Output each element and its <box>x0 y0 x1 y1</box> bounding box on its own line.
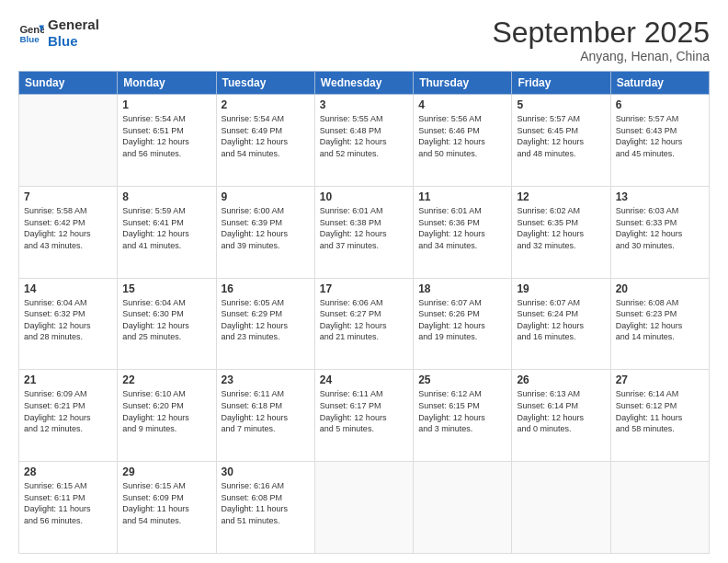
calendar-cell: 23Sunrise: 6:11 AM Sunset: 6:18 PM Dayli… <box>216 370 314 462</box>
day-number: 26 <box>517 373 605 386</box>
calendar-table: SundayMondayTuesdayWednesdayThursdayFrid… <box>18 71 710 554</box>
calendar-cell: 25Sunrise: 6:12 AM Sunset: 6:15 PM Dayli… <box>414 370 512 462</box>
day-number: 15 <box>122 282 210 295</box>
calendar-cell: 10Sunrise: 6:01 AM Sunset: 6:38 PM Dayli… <box>314 186 413 278</box>
calendar-cell: 12Sunrise: 6:02 AM Sunset: 6:35 PM Dayli… <box>512 186 610 278</box>
day-info: Sunrise: 5:54 AM Sunset: 6:49 PM Dayligh… <box>222 113 310 159</box>
day-number: 9 <box>222 190 310 203</box>
calendar-cell: 20Sunrise: 6:08 AM Sunset: 6:23 PM Dayli… <box>610 278 709 370</box>
day-number: 21 <box>24 373 112 386</box>
day-number: 12 <box>517 190 605 203</box>
day-number: 11 <box>418 190 506 203</box>
day-number: 2 <box>222 98 310 111</box>
day-info: Sunrise: 6:01 AM Sunset: 6:38 PM Dayligh… <box>320 205 408 251</box>
day-number: 22 <box>122 373 210 386</box>
day-info: Sunrise: 6:01 AM Sunset: 6:36 PM Dayligh… <box>418 205 506 251</box>
day-info: Sunrise: 6:00 AM Sunset: 6:39 PM Dayligh… <box>222 205 310 251</box>
day-info: Sunrise: 6:12 AM Sunset: 6:15 PM Dayligh… <box>418 388 506 434</box>
calendar-cell: 26Sunrise: 6:13 AM Sunset: 6:14 PM Dayli… <box>512 370 610 462</box>
calendar-cell: 2Sunrise: 5:54 AM Sunset: 6:49 PM Daylig… <box>216 95 314 187</box>
calendar-cell <box>314 462 413 554</box>
day-info: Sunrise: 6:11 AM Sunset: 6:17 PM Dayligh… <box>320 388 408 434</box>
calendar-cell: 3Sunrise: 5:55 AM Sunset: 6:48 PM Daylig… <box>314 95 413 187</box>
calendar-cell: 7Sunrise: 5:58 AM Sunset: 6:42 PM Daylig… <box>19 186 118 278</box>
calendar-cell <box>414 462 512 554</box>
title-block: September 2025 Anyang, Henan, China <box>492 17 710 63</box>
calendar-cell <box>610 462 709 554</box>
calendar-cell: 8Sunrise: 5:59 AM Sunset: 6:41 PM Daylig… <box>118 186 216 278</box>
calendar-cell: 24Sunrise: 6:11 AM Sunset: 6:17 PM Dayli… <box>314 370 413 462</box>
col-header-monday: Monday <box>118 72 216 95</box>
day-info: Sunrise: 5:55 AM Sunset: 6:48 PM Dayligh… <box>320 113 408 159</box>
calendar-header-row: SundayMondayTuesdayWednesdayThursdayFrid… <box>19 72 710 95</box>
calendar-cell: 4Sunrise: 5:56 AM Sunset: 6:46 PM Daylig… <box>414 95 512 187</box>
day-info: Sunrise: 6:14 AM Sunset: 6:12 PM Dayligh… <box>616 388 704 434</box>
calendar-cell: 17Sunrise: 6:06 AM Sunset: 6:27 PM Dayli… <box>314 278 413 370</box>
calendar-cell: 13Sunrise: 6:03 AM Sunset: 6:33 PM Dayli… <box>610 186 709 278</box>
logo-text-general: General <box>48 17 99 32</box>
month-title: September 2025 <box>492 17 710 49</box>
calendar-week-4: 28Sunrise: 6:15 AM Sunset: 6:11 PM Dayli… <box>19 462 710 554</box>
calendar-cell <box>512 462 610 554</box>
day-number: 4 <box>418 98 506 111</box>
day-info: Sunrise: 5:56 AM Sunset: 6:46 PM Dayligh… <box>418 113 506 159</box>
day-number: 30 <box>222 465 310 478</box>
calendar-cell: 1Sunrise: 5:54 AM Sunset: 6:51 PM Daylig… <box>118 95 216 187</box>
day-info: Sunrise: 6:13 AM Sunset: 6:14 PM Dayligh… <box>517 388 605 434</box>
day-number: 7 <box>24 190 112 203</box>
day-number: 19 <box>517 282 605 295</box>
calendar-week-3: 21Sunrise: 6:09 AM Sunset: 6:21 PM Dayli… <box>19 370 710 462</box>
day-number: 16 <box>222 282 310 295</box>
day-number: 14 <box>24 282 112 295</box>
day-number: 18 <box>418 282 506 295</box>
col-header-thursday: Thursday <box>414 72 512 95</box>
calendar-week-1: 7Sunrise: 5:58 AM Sunset: 6:42 PM Daylig… <box>19 186 710 278</box>
day-info: Sunrise: 6:07 AM Sunset: 6:24 PM Dayligh… <box>517 297 605 343</box>
day-number: 17 <box>320 282 408 295</box>
col-header-saturday: Saturday <box>610 72 709 95</box>
day-info: Sunrise: 6:06 AM Sunset: 6:27 PM Dayligh… <box>320 297 408 343</box>
calendar-cell: 18Sunrise: 6:07 AM Sunset: 6:26 PM Dayli… <box>414 278 512 370</box>
calendar-cell: 9Sunrise: 6:00 AM Sunset: 6:39 PM Daylig… <box>216 186 314 278</box>
day-number: 8 <box>122 190 210 203</box>
calendar-cell: 27Sunrise: 6:14 AM Sunset: 6:12 PM Dayli… <box>610 370 709 462</box>
day-info: Sunrise: 5:57 AM Sunset: 6:45 PM Dayligh… <box>517 113 605 159</box>
col-header-wednesday: Wednesday <box>314 72 413 95</box>
day-info: Sunrise: 6:09 AM Sunset: 6:21 PM Dayligh… <box>24 388 112 434</box>
col-header-friday: Friday <box>512 72 610 95</box>
calendar-cell: 29Sunrise: 6:15 AM Sunset: 6:09 PM Dayli… <box>118 462 216 554</box>
location-subtitle: Anyang, Henan, China <box>492 49 710 63</box>
day-number: 13 <box>616 190 704 203</box>
col-header-tuesday: Tuesday <box>216 72 314 95</box>
day-info: Sunrise: 6:04 AM Sunset: 6:32 PM Dayligh… <box>24 297 112 343</box>
calendar-cell: 21Sunrise: 6:09 AM Sunset: 6:21 PM Dayli… <box>19 370 118 462</box>
page-header: General Blue General Blue September 2025… <box>18 17 710 63</box>
day-number: 28 <box>24 465 112 478</box>
calendar-cell: 11Sunrise: 6:01 AM Sunset: 6:36 PM Dayli… <box>414 186 512 278</box>
day-info: Sunrise: 6:07 AM Sunset: 6:26 PM Dayligh… <box>418 297 506 343</box>
day-info: Sunrise: 5:57 AM Sunset: 6:43 PM Dayligh… <box>616 113 704 159</box>
day-number: 23 <box>222 373 310 386</box>
day-number: 20 <box>616 282 704 295</box>
calendar-cell <box>19 95 118 187</box>
day-info: Sunrise: 5:54 AM Sunset: 6:51 PM Dayligh… <box>122 113 210 159</box>
calendar-week-0: 1Sunrise: 5:54 AM Sunset: 6:51 PM Daylig… <box>19 95 710 187</box>
day-info: Sunrise: 6:10 AM Sunset: 6:20 PM Dayligh… <box>122 388 210 434</box>
day-info: Sunrise: 6:15 AM Sunset: 6:11 PM Dayligh… <box>24 480 112 526</box>
calendar-cell: 6Sunrise: 5:57 AM Sunset: 6:43 PM Daylig… <box>610 95 709 187</box>
svg-text:Blue: Blue <box>19 34 40 44</box>
day-info: Sunrise: 6:05 AM Sunset: 6:29 PM Dayligh… <box>222 297 310 343</box>
day-number: 3 <box>320 98 408 111</box>
calendar-cell: 5Sunrise: 5:57 AM Sunset: 6:45 PM Daylig… <box>512 95 610 187</box>
day-info: Sunrise: 5:58 AM Sunset: 6:42 PM Dayligh… <box>24 205 112 251</box>
day-number: 27 <box>616 373 704 386</box>
calendar-week-2: 14Sunrise: 6:04 AM Sunset: 6:32 PM Dayli… <box>19 278 710 370</box>
col-header-sunday: Sunday <box>19 72 118 95</box>
day-info: Sunrise: 6:03 AM Sunset: 6:33 PM Dayligh… <box>616 205 704 251</box>
day-info: Sunrise: 6:15 AM Sunset: 6:09 PM Dayligh… <box>122 480 210 526</box>
logo-icon: General Blue <box>18 20 44 46</box>
day-info: Sunrise: 6:04 AM Sunset: 6:30 PM Dayligh… <box>122 297 210 343</box>
calendar-cell: 30Sunrise: 6:16 AM Sunset: 6:08 PM Dayli… <box>216 462 314 554</box>
logo: General Blue General Blue <box>18 17 99 50</box>
day-number: 24 <box>320 373 408 386</box>
